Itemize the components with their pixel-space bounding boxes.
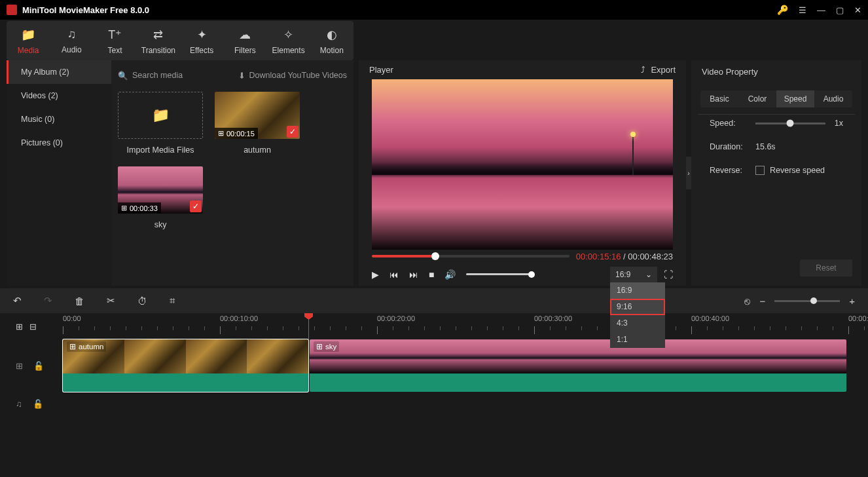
reverse-checkbox[interactable] <box>755 166 765 175</box>
reverse-label: Reverse: <box>710 166 755 175</box>
nav-transition-label: Transition <box>141 46 175 55</box>
duration-value: 15.6s <box>755 142 776 151</box>
volume-slider[interactable] <box>466 273 532 275</box>
redo-button[interactable]: ↷ <box>44 295 52 307</box>
nav-audio[interactable]: ♫Audio <box>50 25 93 60</box>
nav-filters[interactable]: ☁Filters <box>223 25 266 60</box>
speed-slider[interactable] <box>755 123 825 124</box>
zoom-out-button[interactable]: − <box>759 296 765 307</box>
player-title: Player <box>369 65 641 75</box>
film-icon: ⊞ <box>69 342 76 351</box>
ruler-label: 00:00:30:00 <box>534 315 572 322</box>
timeline-ruler[interactable]: 00:0000:00:10:0000:00:20:0000:00:30:0000… <box>63 313 868 339</box>
add-track-button[interactable]: ⊞ <box>16 322 23 332</box>
snap-button[interactable]: ⎋ <box>744 296 750 307</box>
search-input[interactable]: 🔍 Search media <box>118 71 233 81</box>
lock-icon[interactable]: 🔓 <box>33 399 43 409</box>
tab-color[interactable]: Color <box>738 90 776 107</box>
nav-elements-label: Elements <box>272 46 305 55</box>
property-title: Video Property <box>702 67 851 77</box>
undo-button[interactable]: ↶ <box>13 295 22 307</box>
prev-frame-button[interactable]: ⏮ <box>389 269 399 280</box>
zoom-slider[interactable] <box>774 300 840 302</box>
nav-text-label: Text <box>108 46 122 55</box>
nav-filters-label: Filters <box>234 46 256 55</box>
lock-icon[interactable]: 🔓 <box>33 361 44 371</box>
reverse-checkbox-label: Reverse speed <box>770 166 825 175</box>
nav-motion-label: Motion <box>320 46 344 55</box>
aspect-option-9-16[interactable]: 9:16 <box>610 299 665 315</box>
film-icon: ⊞ <box>316 342 323 351</box>
ruler-label: 00:00 <box>63 315 81 322</box>
reset-button[interactable]: Reset <box>800 259 852 277</box>
minimize-icon[interactable]: — <box>817 5 825 15</box>
nav-media-label: Media <box>18 46 39 55</box>
export-icon: ⤴ <box>641 65 645 75</box>
speed-button[interactable]: ⏱ <box>137 296 147 307</box>
aspect-option-16-9[interactable]: 16:9 <box>610 282 665 299</box>
collapse-panel-button[interactable]: › <box>686 157 691 189</box>
folder-icon: 📁 <box>7 28 50 42</box>
app-title: MiniTool MovieMaker Free 8.0.0 <box>22 5 777 15</box>
download-youtube-button[interactable]: ⬇ Download YouTube Videos <box>238 71 347 81</box>
nav-text[interactable]: T⁺Text <box>94 25 137 60</box>
fullscreen-button[interactable]: ⛶ <box>664 269 673 280</box>
player-panel: Player ⤴ Export 00:00:15:16 / 00:00:48:2… <box>359 60 686 286</box>
sidebar-item-videos[interactable]: Videos (2) <box>7 84 111 107</box>
nav-elements[interactable]: ✧Elements <box>267 25 310 60</box>
media-thumb-sky[interactable]: ⊞00:00:33 ✓ sky <box>118 166 203 229</box>
aspect-ratio-select[interactable]: 16:9 ⌄ <box>610 267 657 282</box>
seek-slider[interactable] <box>372 255 570 258</box>
tab-speed[interactable]: Speed <box>776 90 814 107</box>
nav-effects-label: Effects <box>190 46 213 55</box>
ruler-label: 00:00:50: <box>848 315 868 322</box>
duration-label: Duration: <box>710 142 755 151</box>
maximize-icon[interactable]: ▢ <box>836 5 844 15</box>
playhead[interactable] <box>308 313 309 339</box>
property-panel: › Video Property Basic Color Speed Audio… <box>691 60 861 286</box>
delete-button[interactable]: 🗑 <box>75 296 84 307</box>
music-note-icon: ♫ <box>50 28 93 41</box>
effects-icon: ✦ <box>180 28 223 42</box>
checkmark-icon: ✓ <box>287 126 298 138</box>
upgrade-key-icon[interactable]: 🔑 <box>777 5 788 15</box>
total-time: 00:00:48:23 <box>628 252 673 261</box>
close-icon[interactable]: ✕ <box>854 5 861 15</box>
nav-transition[interactable]: ⇄Transition <box>137 25 180 60</box>
stop-button[interactable]: ■ <box>429 269 434 280</box>
tab-audio[interactable]: Audio <box>814 90 852 107</box>
sidebar-item-pictures[interactable]: Pictures (0) <box>7 131 111 155</box>
aspect-option-1-1[interactable]: 1:1 <box>610 332 665 348</box>
remove-track-button[interactable]: ⊟ <box>29 322 37 332</box>
elements-icon: ✧ <box>267 28 310 42</box>
import-media-button[interactable]: 📁 Import Media Files <box>118 92 203 155</box>
folder-open-icon: 📁 <box>152 107 170 124</box>
media-thumb-autumn[interactable]: ⊞00:00:15 ✓ autumn <box>215 92 300 155</box>
tab-basic[interactable]: Basic <box>700 90 738 107</box>
video-track-icon: ⊞ <box>16 361 23 371</box>
nav-motion[interactable]: ◐Motion <box>310 25 353 60</box>
crop-button[interactable]: ⌗ <box>170 295 175 307</box>
thumb-duration: 00:00:15 <box>226 130 255 138</box>
export-button[interactable]: ⤴ Export <box>641 65 676 75</box>
play-button[interactable]: ▶ <box>372 269 379 280</box>
clip-label: autumn <box>79 343 103 351</box>
top-nav: 📁Media ♫Audio T⁺Text ⇄Transition ✦Effect… <box>7 21 861 60</box>
nav-effects[interactable]: ✦Effects <box>180 25 223 60</box>
zoom-in-button[interactable]: + <box>849 296 855 307</box>
video-preview[interactable] <box>372 79 673 250</box>
import-label: Import Media Files <box>127 145 194 155</box>
export-label: Export <box>651 65 676 75</box>
split-button[interactable]: ✂ <box>107 295 115 307</box>
sidebar-item-myalbum[interactable]: My Album (2) <box>7 60 111 84</box>
speed-value: 1x <box>835 119 843 128</box>
next-frame-button[interactable]: ⏭ <box>409 269 418 280</box>
aspect-ratio-dropdown: 16:9 9:16 4:3 1:1 <box>610 282 665 348</box>
menu-icon[interactable]: ☰ <box>799 5 806 15</box>
nav-media[interactable]: 📁Media <box>7 25 50 60</box>
aspect-option-4-3[interactable]: 4:3 <box>610 315 665 332</box>
volume-icon[interactable]: 🔊 <box>444 269 456 280</box>
search-placeholder: Search media <box>132 71 183 80</box>
audio-track[interactable] <box>63 377 868 430</box>
sidebar-item-music[interactable]: Music (0) <box>7 107 111 131</box>
